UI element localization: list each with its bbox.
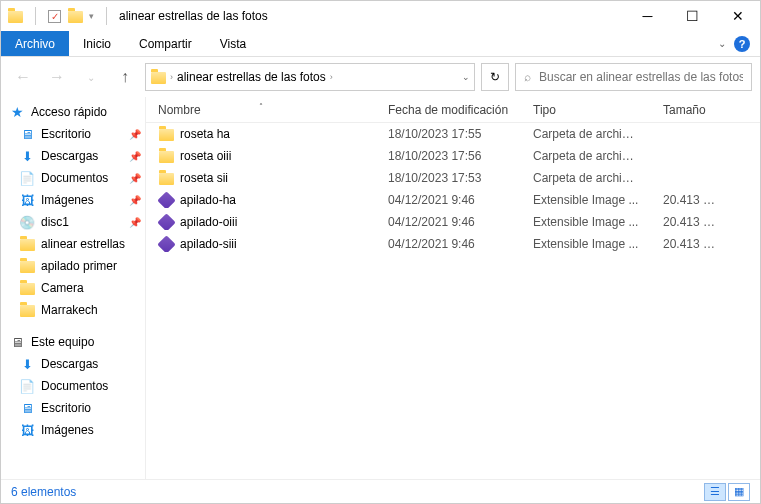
forward-button[interactable]: →: [43, 63, 71, 91]
file-size: 20.413 KB: [651, 237, 731, 251]
sidebar-item[interactable]: apilado primer: [1, 255, 145, 277]
col-size[interactable]: Tamaño: [651, 103, 731, 117]
tab-file[interactable]: Archivo: [1, 31, 69, 56]
sidebar-item[interactable]: 📄Documentos📌: [1, 167, 145, 189]
doc-icon: 📄: [19, 378, 35, 394]
search-box[interactable]: ⌕: [515, 63, 752, 91]
maximize-button[interactable]: ☐: [670, 1, 715, 31]
star-icon: ★: [9, 104, 25, 120]
sidebar-item-label: disc1: [41, 215, 69, 229]
sidebar-item[interactable]: 🖥Escritorio: [1, 397, 145, 419]
refresh-button[interactable]: ↻: [481, 63, 509, 91]
file-modified: 04/12/2021 9:46: [376, 237, 521, 251]
sidebar-item[interactable]: ⬇Descargas📌: [1, 145, 145, 167]
file-size: 20.413 KB: [651, 215, 731, 229]
close-button[interactable]: ✕: [715, 1, 760, 31]
file-row[interactable]: roseta sii18/10/2023 17:53Carpeta de arc…: [146, 167, 760, 189]
item-count: 6 elementos: [11, 485, 76, 499]
sidebar-quick-access[interactable]: ★ Acceso rápido: [1, 101, 145, 123]
address-dropdown-icon[interactable]: ⌄: [462, 72, 470, 82]
address-bar[interactable]: › alinear estrellas de las fotos › ⌄: [145, 63, 475, 91]
desk-icon: 🖥: [19, 126, 35, 142]
sidebar-item[interactable]: 💿disc1📌: [1, 211, 145, 233]
file-name: apilado-siii: [180, 237, 237, 251]
ribbon-expand-icon[interactable]: ⌄: [718, 38, 726, 49]
file-size: 20.413 KB: [651, 193, 731, 207]
sidebar-item-label: Descargas: [41, 357, 98, 371]
tab-view[interactable]: Vista: [206, 31, 260, 56]
pin-icon: 📌: [129, 217, 141, 228]
file-row[interactable]: apilado-siii04/12/2021 9:46Extensible Im…: [146, 233, 760, 255]
file-name: roseta ha: [180, 127, 230, 141]
file-name: apilado-oiii: [180, 215, 237, 229]
sidebar-item[interactable]: Camera: [1, 277, 145, 299]
search-input[interactable]: [539, 70, 743, 84]
fits-icon: [158, 236, 174, 252]
back-button[interactable]: ←: [9, 63, 37, 91]
status-bar: 6 elementos ☰ ▦: [1, 479, 760, 503]
pin-icon: 📌: [129, 129, 141, 140]
chevron-right-icon[interactable]: ›: [170, 72, 173, 82]
details-view-button[interactable]: ☰: [704, 483, 726, 501]
file-type: Carpeta de archivos: [521, 127, 651, 141]
down-icon: ⬇: [19, 148, 35, 164]
sidebar-item[interactable]: 🖥Escritorio📌: [1, 123, 145, 145]
sidebar-item[interactable]: Marrakech: [1, 299, 145, 321]
sidebar-item-label: alinear estrellas: [41, 237, 125, 251]
title-bar: ✓ ▾ alinear estrellas de las fotos ─ ☐ ✕: [1, 1, 760, 31]
qat: ✓ ▾: [7, 7, 113, 25]
folder-icon: [19, 302, 35, 318]
col-name[interactable]: Nombre˄: [146, 103, 376, 117]
file-name: roseta sii: [180, 171, 228, 185]
file-type: Extensible Image ...: [521, 193, 651, 207]
nav-pane[interactable]: ★ Acceso rápido 🖥Escritorio📌⬇Descargas📌📄…: [1, 97, 146, 479]
doc-icon: 📄: [19, 170, 35, 186]
sidebar-item[interactable]: alinear estrellas: [1, 233, 145, 255]
pin-icon: 📌: [129, 195, 141, 206]
sidebar-item[interactable]: 🖼Imágenes: [1, 419, 145, 441]
file-type: Extensible Image ...: [521, 215, 651, 229]
sidebar-item[interactable]: 🖼Imágenes📌: [1, 189, 145, 211]
column-headers: Nombre˄ Fecha de modificación Tipo Tamañ…: [146, 97, 760, 123]
sidebar-item[interactable]: 📄Documentos: [1, 375, 145, 397]
icons-view-button[interactable]: ▦: [728, 483, 750, 501]
pc-icon: 🖥: [9, 334, 25, 350]
file-type: Carpeta de archivos: [521, 149, 651, 163]
recent-dropdown[interactable]: ⌄: [77, 63, 105, 91]
breadcrumb-current[interactable]: alinear estrellas de las fotos: [177, 70, 326, 84]
file-row[interactable]: roseta ha18/10/2023 17:55Carpeta de arch…: [146, 123, 760, 145]
sidebar-item[interactable]: ⬇Descargas: [1, 353, 145, 375]
file-type: Extensible Image ...: [521, 237, 651, 251]
sidebar-item-label: Documentos: [41, 171, 108, 185]
sort-asc-icon: ˄: [259, 102, 263, 111]
folder-icon: [158, 170, 174, 186]
tab-home[interactable]: Inicio: [69, 31, 125, 56]
file-view: Nombre˄ Fecha de modificación Tipo Tamañ…: [146, 97, 760, 479]
tab-share[interactable]: Compartir: [125, 31, 206, 56]
qat-dropdown-icon[interactable]: ▾: [89, 11, 94, 21]
file-row[interactable]: roseta oiii18/10/2023 17:56Carpeta de ar…: [146, 145, 760, 167]
up-button[interactable]: ↑: [111, 63, 139, 91]
sidebar-item-label: Imágenes: [41, 193, 94, 207]
folder-icon: [19, 236, 35, 252]
disc-icon: 💿: [19, 214, 35, 230]
chevron-right-icon[interactable]: ›: [330, 72, 333, 82]
file-row[interactable]: apilado-oiii04/12/2021 9:46Extensible Im…: [146, 211, 760, 233]
minimize-button[interactable]: ─: [625, 1, 670, 31]
desk-icon: 🖥: [19, 400, 35, 416]
file-list[interactable]: roseta ha18/10/2023 17:55Carpeta de arch…: [146, 123, 760, 479]
folder-icon[interactable]: [67, 8, 83, 24]
sidebar-item-label: Imágenes: [41, 423, 94, 437]
col-type[interactable]: Tipo: [521, 103, 651, 117]
file-row[interactable]: apilado-ha04/12/2021 9:46Extensible Imag…: [146, 189, 760, 211]
col-modified[interactable]: Fecha de modificación: [376, 103, 521, 117]
sidebar-this-pc[interactable]: 🖥 Este equipo: [1, 331, 145, 353]
sidebar-item-label: Marrakech: [41, 303, 98, 317]
folder-icon: [19, 258, 35, 274]
file-type: Carpeta de archivos: [521, 171, 651, 185]
folder-icon: [7, 8, 23, 24]
ribbon: Archivo Inicio Compartir Vista ⌄ ?: [1, 31, 760, 57]
properties-icon[interactable]: ✓: [48, 10, 61, 23]
help-icon[interactable]: ?: [734, 36, 750, 52]
file-modified: 18/10/2023 17:56: [376, 149, 521, 163]
